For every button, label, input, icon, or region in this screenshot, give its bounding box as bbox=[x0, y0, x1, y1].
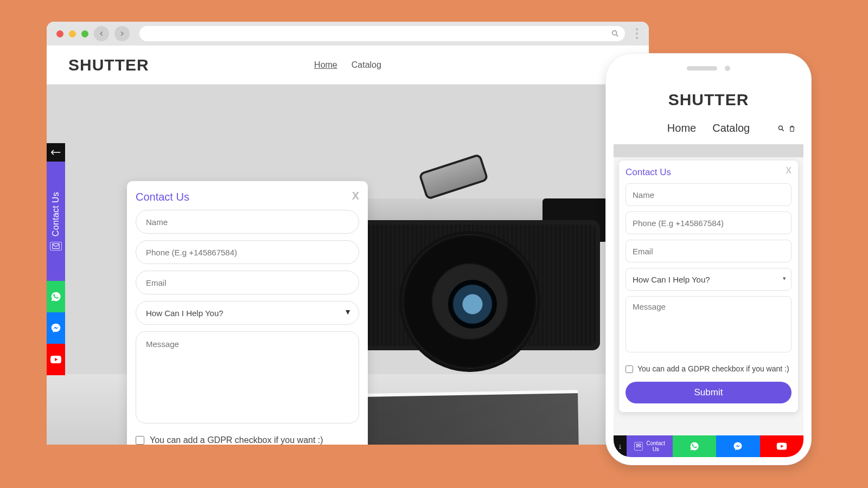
mobile-help-dropdown[interactable] bbox=[626, 268, 792, 291]
popup-title: Contact Us bbox=[136, 191, 359, 203]
mobile-hero bbox=[614, 144, 803, 157]
phone-input[interactable] bbox=[136, 240, 359, 264]
window-controls bbox=[56, 30, 88, 37]
mobile-brand[interactable]: SHUTTER bbox=[614, 91, 803, 109]
mobile-nav-catalog[interactable]: Catalog bbox=[712, 122, 750, 134]
mobile-close-popup-button[interactable]: X bbox=[786, 166, 792, 176]
envelope-icon bbox=[50, 242, 62, 251]
collapse-arrow-icon[interactable] bbox=[47, 143, 65, 162]
mobile-bar-collapse-icon[interactable]: ↓ bbox=[614, 435, 627, 457]
site-header: SHUTTER Home Catalog bbox=[47, 46, 649, 85]
mobile-bar-contact-button[interactable]: ✉ Contact Us bbox=[627, 435, 673, 457]
message-textarea[interactable] bbox=[136, 331, 359, 423]
help-dropdown[interactable] bbox=[136, 301, 359, 325]
phone-frame: SHUTTER Home Catalog X Contact Us bbox=[605, 53, 812, 465]
mobile-message-textarea[interactable] bbox=[626, 296, 792, 352]
gdpr-row[interactable]: You can add a GDPR checkbox if you want … bbox=[136, 435, 359, 445]
hero-area: Contact Us X Contact Us bbox=[47, 85, 649, 445]
browser-menu-icon[interactable] bbox=[635, 28, 639, 39]
mobile-contact-popup: X Contact Us ▾ You can add a GDPR checkb… bbox=[619, 160, 798, 412]
back-button[interactable] bbox=[94, 26, 109, 41]
messenger-button[interactable] bbox=[47, 312, 65, 344]
svg-rect-2 bbox=[53, 244, 59, 249]
gdpr-label: You can add a GDPR checkbox if you want … bbox=[150, 435, 323, 445]
mobile-search-icon[interactable] bbox=[777, 125, 785, 132]
mobile-popup-title: Contact Us bbox=[626, 167, 792, 178]
nav-links: Home Catalog bbox=[314, 60, 381, 70]
browser-chrome bbox=[47, 22, 649, 46]
name-input[interactable] bbox=[136, 210, 359, 234]
contact-tab-label: Contact Us bbox=[51, 192, 61, 236]
search-icon bbox=[611, 29, 620, 38]
close-window-icon[interactable] bbox=[56, 30, 63, 37]
contact-popup: X Contact Us ▼ You can add a GDPR checkb… bbox=[127, 181, 368, 445]
mobile-bar-youtube-button[interactable] bbox=[760, 435, 803, 457]
mobile-bar-messenger-button[interactable] bbox=[716, 435, 760, 457]
gdpr-checkbox[interactable] bbox=[136, 436, 144, 445]
whatsapp-button[interactable] bbox=[47, 281, 65, 312]
mobile-gdpr-checkbox[interactable] bbox=[626, 365, 633, 373]
browser-window: SHUTTER Home Catalog Contact Us bbox=[47, 22, 649, 445]
mobile-envelope-icon: ✉ bbox=[634, 442, 643, 450]
brand-logo[interactable]: SHUTTER bbox=[68, 56, 149, 74]
svg-point-3 bbox=[778, 126, 782, 130]
mobile-bag-icon[interactable] bbox=[788, 125, 796, 132]
mobile-gdpr-row[interactable]: You can add a GDPR checkbox if you want … bbox=[626, 364, 792, 373]
minimize-window-icon[interactable] bbox=[69, 30, 76, 37]
maximize-window-icon[interactable] bbox=[81, 30, 88, 37]
mobile-name-input[interactable] bbox=[626, 183, 792, 206]
mobile-nav: Home Catalog bbox=[614, 114, 803, 144]
close-popup-button[interactable]: X bbox=[352, 190, 359, 202]
nav-home[interactable]: Home bbox=[314, 60, 337, 70]
youtube-button[interactable] bbox=[47, 344, 65, 375]
mobile-nav-home[interactable]: Home bbox=[667, 122, 696, 134]
url-bar[interactable] bbox=[139, 26, 625, 41]
nav-catalog[interactable]: Catalog bbox=[352, 60, 381, 70]
mobile-bar-contact-label: Contact Us bbox=[647, 440, 665, 452]
mobile-phone-input[interactable] bbox=[626, 211, 792, 234]
email-input[interactable] bbox=[136, 271, 359, 294]
mobile-contact-bar: ✉ Contact Us bbox=[627, 435, 803, 457]
forward-button[interactable] bbox=[114, 26, 130, 41]
phone-notch bbox=[687, 66, 730, 71]
contact-sidebar: Contact Us bbox=[47, 143, 65, 375]
mobile-bar-whatsapp-button[interactable] bbox=[673, 435, 717, 457]
mobile-gdpr-label: You can add a GDPR checkbox if you want … bbox=[637, 364, 789, 373]
svg-point-0 bbox=[612, 31, 617, 35]
mobile-header: SHUTTER bbox=[614, 79, 803, 114]
contact-us-tab[interactable]: Contact Us bbox=[47, 162, 65, 281]
mobile-submit-button[interactable]: Submit bbox=[626, 382, 792, 403]
phone-screen: SHUTTER Home Catalog X Contact Us bbox=[614, 79, 803, 457]
mobile-email-input[interactable] bbox=[626, 240, 792, 262]
